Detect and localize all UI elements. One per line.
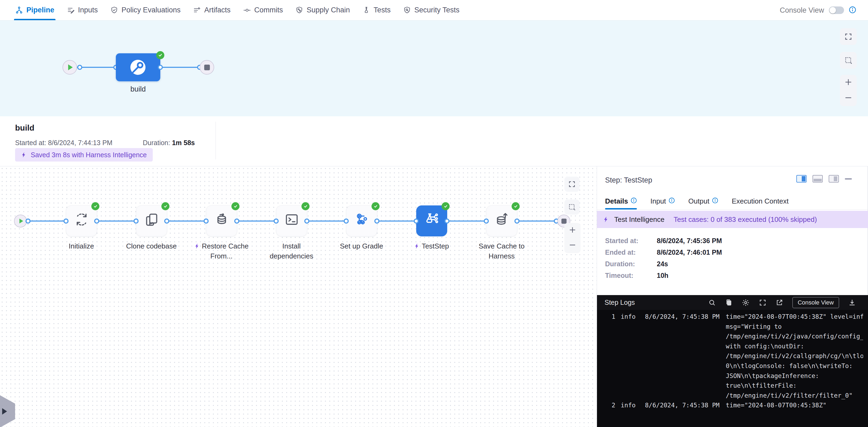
zoom-controls	[564, 223, 581, 253]
nav-tab-label: Artifacts	[204, 6, 230, 14]
pipeline-icon	[15, 6, 23, 14]
connector-dot	[204, 219, 209, 224]
securitytests-icon	[403, 6, 411, 14]
minimize-panel-button[interactable]	[845, 178, 852, 179]
bolt-icon	[21, 151, 27, 158]
step-label: Clone codebase	[123, 241, 180, 251]
panel-tab-label: Execution Context	[732, 197, 788, 205]
connector-dot	[134, 219, 139, 224]
info-icon[interactable]	[631, 197, 637, 205]
detail-label: Ended at:	[605, 249, 657, 256]
nav-tab-pipeline[interactable]: Pipeline	[15, 0, 54, 20]
connector-dot	[374, 219, 380, 224]
stop-icon	[561, 219, 566, 224]
zoom-out-button[interactable]	[568, 241, 577, 250]
selection-tool-button[interactable]	[564, 199, 580, 215]
step-node-set-up-gradle[interactable]	[346, 205, 377, 236]
step-node-teststep[interactable]	[416, 205, 447, 236]
connector-dot	[515, 219, 520, 224]
clone-icon	[144, 212, 159, 228]
panel-layout-controls	[796, 175, 852, 183]
build-stage-icon	[129, 59, 147, 76]
top-nav: Pipeline Inputs Policy Evaluations Artif…	[0, 0, 868, 21]
pipeline-start-node[interactable]	[62, 60, 77, 74]
panel-tab-details[interactable]: Details	[605, 197, 637, 205]
log-message: time="2024-08-07T00:45:38Z"	[726, 400, 863, 410]
connector-dot	[64, 219, 69, 224]
toggle-knob	[830, 7, 836, 13]
zoom-in-button[interactable]	[568, 226, 577, 235]
panel-tab-output[interactable]: Output	[688, 197, 718, 205]
console-view-toggle[interactable]	[829, 6, 844, 14]
teststep-icon	[424, 212, 439, 228]
step-node-install-dependencies[interactable]	[276, 205, 307, 236]
nav-tab-supply-chain[interactable]: Supply Chain	[295, 0, 350, 20]
step-label: Install dependencies	[263, 241, 320, 261]
connector-dot	[158, 65, 163, 70]
detail-row: Duration: 24s	[605, 258, 722, 270]
detail-value: 10h	[657, 272, 669, 280]
stage-node-build[interactable]	[116, 53, 160, 81]
log-line-number: 2	[597, 400, 615, 410]
step-node-initialize[interactable]	[66, 205, 97, 236]
step-label: Restore Cache From...	[193, 241, 250, 261]
layout-side-view-icon[interactable]	[829, 175, 839, 183]
settings-gear-icon[interactable]	[742, 299, 750, 307]
stop-icon	[204, 65, 210, 70]
connector-dot	[26, 219, 31, 224]
console-view-button[interactable]: Console View	[792, 297, 839, 308]
step-detail-rows: Started at: 8/6/2024, 7:45:36 PMEnded at…	[605, 235, 722, 281]
installdeps-icon	[284, 212, 299, 228]
nav-tab-label: Inputs	[78, 6, 98, 14]
fullscreen-icon[interactable]	[759, 299, 767, 306]
connector-dot	[484, 219, 489, 224]
detail-label: Timeout:	[605, 272, 657, 280]
download-icon[interactable]	[848, 299, 856, 306]
info-icon[interactable]	[712, 197, 718, 205]
panel-tab-execution-context[interactable]: Execution Context	[732, 197, 788, 205]
copy-icon[interactable]	[725, 299, 733, 306]
step-node-clone-codebase[interactable]	[136, 205, 167, 236]
nav-tab-label: Commits	[254, 6, 283, 14]
selection-tool-button[interactable]	[840, 52, 857, 69]
detail-label: Duration:	[605, 260, 657, 268]
console-view-control: Console View	[780, 0, 856, 21]
connector-dot	[414, 219, 419, 224]
log-entry: 2 info 8/6/2024, 7:45:38 PM time="2024-0…	[597, 400, 868, 410]
step-node-save-cache-to-harness[interactable]	[486, 205, 517, 236]
info-icon[interactable]	[849, 6, 856, 14]
nav-tab-policy-evaluations[interactable]: Policy Evaluations	[110, 0, 181, 20]
supplychain-icon	[295, 6, 303, 14]
step-logs-title: Step Logs	[604, 299, 635, 306]
step-logs-header: Step Logs Console View	[597, 295, 868, 310]
nav-tab-commits[interactable]: Commits	[243, 0, 283, 20]
pipeline-end-node[interactable]	[199, 60, 214, 74]
log-level: info	[621, 400, 645, 410]
detail-label: Started at:	[605, 237, 657, 245]
nav-tab-tests[interactable]: Tests	[362, 0, 391, 20]
panel-tab-input[interactable]: Input	[650, 197, 675, 205]
log-entry: 1 info 8/6/2024, 7:45:38 PM time="2024-0…	[597, 312, 868, 400]
detail-row: Ended at: 8/6/2024, 7:46:01 PM	[605, 247, 722, 258]
nav-tab-inputs[interactable]: Inputs	[67, 0, 98, 20]
fullscreen-button[interactable]	[564, 176, 580, 192]
step-node-restore-cache-from[interactable]	[206, 205, 237, 236]
external-link-icon[interactable]	[776, 299, 783, 306]
layout-right-view-icon[interactable]	[796, 175, 807, 183]
harness-intelligence-badge[interactable]: Saved 3m 8s with Harness Intelligence	[15, 148, 153, 162]
zoom-in-button[interactable]	[844, 78, 852, 88]
info-icon[interactable]	[669, 197, 675, 205]
step-logs-body[interactable]: 1 info 8/6/2024, 7:45:38 PM time="2024-0…	[597, 312, 868, 427]
nav-tab-label: Supply Chain	[307, 6, 350, 14]
zoom-out-button[interactable]	[844, 93, 852, 103]
exec-start-node[interactable]	[14, 215, 27, 228]
connector-dot	[344, 219, 349, 224]
nav-tab-artifacts[interactable]: Artifacts	[193, 0, 230, 20]
search-icon[interactable]	[708, 299, 716, 306]
bolt-icon	[603, 216, 609, 223]
step-logs-section: Step Logs Console View 1 info 8/6/2024, …	[597, 295, 868, 427]
layout-bottom-view-icon[interactable]	[812, 175, 823, 183]
step-panel-tabs: DetailsInputOutputExecution Context	[605, 193, 868, 209]
fullscreen-button[interactable]	[840, 28, 857, 45]
nav-tab-security-tests[interactable]: Security Tests	[403, 0, 460, 20]
